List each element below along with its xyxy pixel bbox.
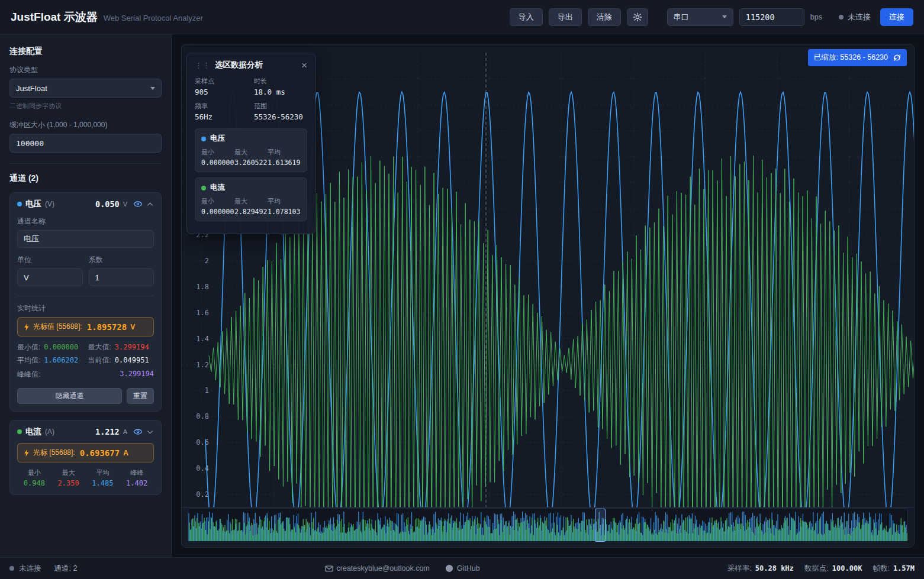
channel-live-value: 1.212	[95, 427, 120, 436]
cursor-label: 光标 [55688]:	[33, 448, 75, 458]
channel-voltage-header[interactable]: 电压 (V) 0.050 V	[10, 193, 161, 215]
analysis-channel-current: 电流 最小 0.000000 最大 2.829492	[195, 177, 307, 221]
reset-zoom-icon[interactable]	[893, 54, 901, 62]
analysis-panel[interactable]: ⋮⋮ 选区数据分析 × 采样点 905 时长 18.0 ms	[186, 53, 315, 234]
stat-pp-label: 峰峰	[120, 468, 154, 477]
close-icon[interactable]: ×	[301, 60, 307, 70]
analysis-frequency: 频率 56Hz	[195, 102, 252, 121]
reset-channel-button[interactable]: 重置	[127, 388, 154, 404]
serial-port-value: 串口	[674, 12, 689, 22]
connection-status-label: 未连接	[848, 12, 871, 22]
config-section-title: 连接配置	[9, 46, 162, 57]
unit-label: 单位	[17, 255, 83, 265]
samples-label: 采样点	[195, 77, 252, 86]
chevron-down-icon[interactable]	[146, 428, 154, 436]
analysis-channel-name: 电压	[210, 134, 225, 144]
stat-pp-value: 3.299194	[120, 370, 154, 380]
analysis-duration: 时长 18.0 ms	[254, 77, 307, 96]
range-label: 范围	[254, 102, 307, 111]
minimap-selection[interactable]	[595, 509, 606, 542]
analysis-range: 范围 55326-56230	[254, 102, 307, 121]
stat-max-label: 最大	[234, 148, 268, 157]
data-points-label: 数据点:	[804, 564, 829, 574]
theme-toggle-button[interactable]	[627, 8, 648, 26]
stat-peak-to-peak: 峰峰 1.402	[120, 468, 154, 487]
cursor-value-box: 光标 [55688]: 0.693677 A	[17, 443, 154, 462]
analysis-samples: 采样点 905	[195, 77, 252, 96]
sample-rate-value: 50.28 kHz	[755, 564, 794, 572]
stat-avg: 平均 1.078103	[268, 197, 301, 216]
stat-current-label: 当前值:	[88, 355, 111, 365]
stat-max-value: 3.299194	[115, 343, 149, 351]
channel-current-header[interactable]: 电流 (A) 1.212 A	[10, 420, 161, 443]
buffer-size-label: 缓冲区大小 (1,000 - 1,000,000)	[9, 120, 162, 130]
stat-max-label: 最大值:	[88, 342, 111, 352]
github-link[interactable]: GitHub	[445, 564, 480, 572]
footer-connection-status: 未连接	[19, 564, 41, 574]
svg-text:1.2: 1.2	[196, 361, 209, 369]
stat-pp-label: 峰峰值:	[17, 370, 40, 380]
stat-min-label: 最小	[201, 148, 234, 157]
stat-avg-value: 1.485	[86, 479, 120, 487]
chevron-up-icon[interactable]	[146, 200, 154, 208]
baud-unit-label: bps	[810, 13, 822, 21]
channel-voltage-body: 通道名称 单位 系数 实时统计	[10, 215, 161, 411]
mini-stats-grid: 最小 0.948 最大 2.350 平均 1.485 峰峰 1.402	[10, 468, 161, 494]
cursor-unit: A	[123, 449, 128, 457]
stat-min: 最小 0.000000	[201, 148, 234, 167]
stat-min-label: 最小	[201, 197, 234, 206]
channel-color-dot	[17, 429, 22, 434]
svg-text:0.8: 0.8	[196, 412, 209, 420]
channel-name: 电流	[25, 426, 41, 437]
bolt-icon	[24, 324, 30, 331]
zoom-badge[interactable]: 已缩放: 55326 - 56230	[808, 49, 907, 66]
export-button[interactable]: 导出	[549, 8, 582, 26]
baud-rate-input[interactable]	[739, 8, 804, 26]
connect-button[interactable]: 连接	[880, 8, 913, 26]
chart-area: 2.221.81.61.41.210.80.60.40.2 已缩放: 55326…	[172, 34, 924, 557]
data-points-metric: 数据点: 100.00K	[804, 564, 862, 574]
overview-minimap[interactable]	[188, 508, 908, 542]
clear-button[interactable]: 清除	[588, 8, 621, 26]
frequency-value: 56Hz	[195, 112, 252, 121]
hide-channel-button[interactable]: 隐藏通道	[17, 388, 122, 404]
import-button[interactable]: 导入	[510, 8, 543, 26]
svg-text:1.8: 1.8	[196, 283, 209, 291]
sidebar: 连接配置 协议类型 JustFloat 二进制同步字协议 缓冲区大小 (1,00…	[0, 34, 172, 557]
minimap-waveform	[188, 509, 907, 542]
stat-max-value: 2.350	[51, 479, 86, 487]
channel-name: 电压	[25, 199, 41, 209]
app-subtitle: Web Serial Protocol Analyzer	[104, 14, 203, 22]
serial-port-select[interactable]: 串口	[667, 8, 733, 26]
channel-color-dot	[17, 202, 22, 206]
stat-avg-label: 平均值:	[17, 355, 40, 365]
stat-min-value: 0.000000	[201, 208, 234, 216]
channel-unit-tag: (A)	[45, 428, 54, 436]
protocol-select[interactable]: JustFloat	[9, 79, 162, 98]
svg-text:0.6: 0.6	[196, 438, 209, 447]
channels-section-title: 通道 (2)	[9, 173, 162, 184]
top-bar-actions: 导入 导出 清除 串口 bps 未连接 连接	[510, 8, 913, 26]
eye-icon[interactable]	[133, 427, 143, 436]
stat-current-value: 0.049951	[115, 356, 149, 364]
channel-card-current: 电流 (A) 1.212 A 光标 [55688]:	[9, 420, 162, 495]
frame-count-label: 帧数:	[873, 564, 889, 574]
email-link[interactable]: createskyblue@outlook.com	[325, 564, 430, 572]
duration-value: 18.0 ms	[254, 88, 307, 96]
coefficient-label: 系数	[89, 255, 154, 265]
unit-input[interactable]	[17, 269, 83, 286]
channel-name-input[interactable]	[17, 230, 154, 248]
drag-handle-icon[interactable]: ⋮⋮	[195, 62, 210, 69]
svg-text:1: 1	[205, 386, 209, 394]
realtime-stats-title: 实时统计	[17, 303, 154, 313]
chart-panel[interactable]: 2.221.81.61.41.210.80.60.40.2 已缩放: 55326…	[181, 44, 915, 548]
frame-count-value: 1.57M	[893, 564, 915, 572]
coefficient-input[interactable]	[89, 269, 154, 286]
stat-min: 最小 0.948	[17, 468, 51, 487]
bolt-icon	[24, 449, 30, 457]
stat-max-value: 3.260522	[234, 159, 268, 167]
stat-min-value: 0.948	[17, 479, 51, 487]
eye-icon[interactable]	[133, 199, 143, 209]
protocol-select-value: JustFloat	[16, 84, 47, 93]
buffer-size-input[interactable]	[9, 134, 162, 153]
